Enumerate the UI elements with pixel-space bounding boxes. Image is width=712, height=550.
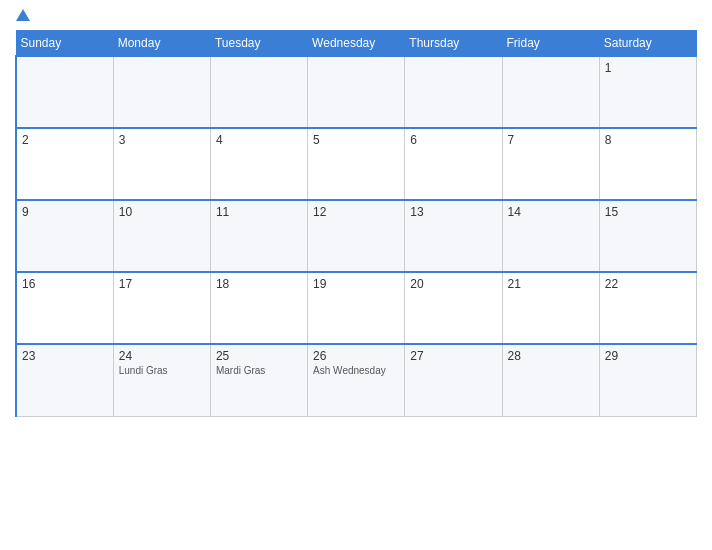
calendar-cell: 27 xyxy=(405,344,502,416)
calendar-cell: 6 xyxy=(405,128,502,200)
calendar-page: SundayMondayTuesdayWednesdayThursdayFrid… xyxy=(0,0,712,550)
day-number: 11 xyxy=(216,205,302,219)
calendar-cell xyxy=(210,56,307,128)
day-header-tuesday: Tuesday xyxy=(210,31,307,57)
calendar-cell xyxy=(308,56,405,128)
day-number: 16 xyxy=(22,277,108,291)
calendar-cell: 20 xyxy=(405,272,502,344)
day-number: 22 xyxy=(605,277,691,291)
logo-triangle-icon xyxy=(16,9,30,21)
calendar-cell: 13 xyxy=(405,200,502,272)
day-number: 7 xyxy=(508,133,594,147)
day-number: 2 xyxy=(22,133,108,147)
days-header-row: SundayMondayTuesdayWednesdayThursdayFrid… xyxy=(16,31,697,57)
header xyxy=(15,10,697,22)
day-number: 15 xyxy=(605,205,691,219)
calendar-cell: 1 xyxy=(599,56,696,128)
calendar-cell: 3 xyxy=(113,128,210,200)
event-label: Mardi Gras xyxy=(216,365,302,376)
calendar-cell: 8 xyxy=(599,128,696,200)
calendar-cell xyxy=(405,56,502,128)
calendar-cell xyxy=(113,56,210,128)
day-number: 29 xyxy=(605,349,691,363)
day-number: 4 xyxy=(216,133,302,147)
day-number: 25 xyxy=(216,349,302,363)
day-header-saturday: Saturday xyxy=(599,31,696,57)
calendar-cell: 19 xyxy=(308,272,405,344)
day-number: 18 xyxy=(216,277,302,291)
calendar-cell: 21 xyxy=(502,272,599,344)
calendar-table: SundayMondayTuesdayWednesdayThursdayFrid… xyxy=(15,30,697,417)
calendar-cell: 29 xyxy=(599,344,696,416)
calendar-cell: 12 xyxy=(308,200,405,272)
day-number: 19 xyxy=(313,277,399,291)
calendar-cell: 26Ash Wednesday xyxy=(308,344,405,416)
day-header-friday: Friday xyxy=(502,31,599,57)
calendar-cell: 17 xyxy=(113,272,210,344)
calendar-cell: 16 xyxy=(16,272,113,344)
day-number: 13 xyxy=(410,205,496,219)
day-number: 20 xyxy=(410,277,496,291)
day-number: 21 xyxy=(508,277,594,291)
calendar-cell: 9 xyxy=(16,200,113,272)
day-number: 8 xyxy=(605,133,691,147)
week-row-2: 2345678 xyxy=(16,128,697,200)
day-header-sunday: Sunday xyxy=(16,31,113,57)
day-number: 1 xyxy=(605,61,691,75)
calendar-cell: 5 xyxy=(308,128,405,200)
day-number: 27 xyxy=(410,349,496,363)
calendar-cell xyxy=(502,56,599,128)
calendar-cell: 14 xyxy=(502,200,599,272)
calendar-cell: 24Lundi Gras xyxy=(113,344,210,416)
day-number: 9 xyxy=(22,205,108,219)
day-number: 17 xyxy=(119,277,205,291)
day-number: 26 xyxy=(313,349,399,363)
calendar-cell: 25Mardi Gras xyxy=(210,344,307,416)
day-number: 12 xyxy=(313,205,399,219)
calendar-cell: 11 xyxy=(210,200,307,272)
calendar-cell xyxy=(16,56,113,128)
calendar-cell: 7 xyxy=(502,128,599,200)
day-number: 23 xyxy=(22,349,108,363)
day-number: 3 xyxy=(119,133,205,147)
day-header-wednesday: Wednesday xyxy=(308,31,405,57)
week-row-3: 9101112131415 xyxy=(16,200,697,272)
day-number: 24 xyxy=(119,349,205,363)
calendar-cell: 18 xyxy=(210,272,307,344)
day-number: 14 xyxy=(508,205,594,219)
day-number: 6 xyxy=(410,133,496,147)
calendar-cell: 10 xyxy=(113,200,210,272)
event-label: Lundi Gras xyxy=(119,365,205,376)
day-number: 10 xyxy=(119,205,205,219)
week-row-4: 16171819202122 xyxy=(16,272,697,344)
calendar-cell: 22 xyxy=(599,272,696,344)
day-number: 28 xyxy=(508,349,594,363)
calendar-cell: 4 xyxy=(210,128,307,200)
calendar-cell: 28 xyxy=(502,344,599,416)
event-label: Ash Wednesday xyxy=(313,365,399,376)
calendar-cell: 2 xyxy=(16,128,113,200)
day-header-monday: Monday xyxy=(113,31,210,57)
calendar-cell: 23 xyxy=(16,344,113,416)
day-header-thursday: Thursday xyxy=(405,31,502,57)
week-row-1: 1 xyxy=(16,56,697,128)
logo xyxy=(15,10,30,22)
day-number: 5 xyxy=(313,133,399,147)
week-row-5: 2324Lundi Gras25Mardi Gras26Ash Wednesda… xyxy=(16,344,697,416)
calendar-cell: 15 xyxy=(599,200,696,272)
